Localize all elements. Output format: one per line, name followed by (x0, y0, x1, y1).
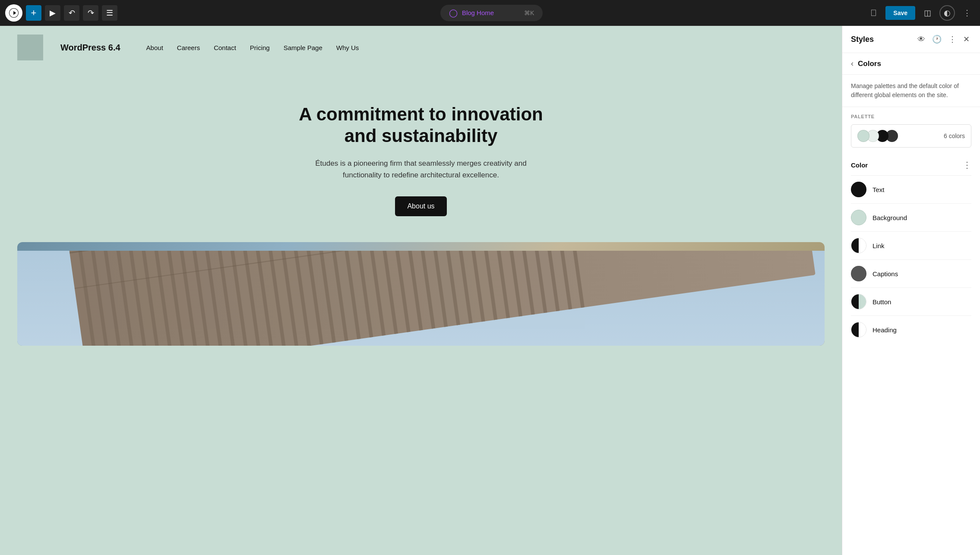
nav-item-about[interactable]: About (146, 44, 163, 51)
hero-subtext: Études is a pioneering firm that seamles… (300, 158, 542, 181)
palette-swatches (857, 130, 895, 142)
color-item-heading[interactable]: Heading (851, 316, 971, 344)
nav-item-pricing[interactable]: Pricing (250, 44, 270, 51)
toolbar-right: ⎕ Save ◫ ◐ ⋮ (866, 5, 975, 21)
nav-item-sample[interactable]: Sample Page (284, 44, 322, 51)
toolbar: + ▶ ↶ ↷ ☰ ◯ Blog Home ⌘K ⎕ Save ◫ ◐ ⋮ (0, 0, 980, 26)
blog-home-label: Blog Home (462, 9, 494, 16)
styles-history-button[interactable]: 🕐 (930, 33, 943, 46)
canvas: WordPress 6.4 About Careers Contact Pric… (0, 26, 842, 555)
keyboard-shortcut: ⌘K (524, 9, 534, 16)
blog-home-pill[interactable]: ◯ Blog Home ⌘K (440, 5, 543, 21)
link-color-label: Link (873, 242, 885, 249)
color-item-button[interactable]: Button (851, 288, 971, 316)
background-color-swatch (851, 210, 866, 225)
site-nav: About Careers Contact Pricing Sample Pag… (146, 44, 359, 51)
heading-color-swatch (851, 322, 866, 337)
select-tool-button[interactable]: ▶ (45, 5, 60, 21)
button-color-label: Button (873, 298, 891, 306)
save-button[interactable]: Save (885, 6, 915, 20)
panel-description: Manage palettes and the default color of… (842, 75, 980, 107)
layout-button[interactable]: ◫ (920, 5, 935, 21)
palette-row[interactable]: 6 colors (851, 124, 971, 148)
color-item-link[interactable]: Link (851, 232, 971, 260)
color-section: Color ⋮ Text Background (842, 155, 980, 352)
color-item-background[interactable]: Background (851, 204, 971, 232)
palette-label: PALETTE (851, 114, 971, 119)
nav-item-careers[interactable]: Careers (177, 44, 200, 51)
undo-button[interactable]: ↶ (64, 5, 79, 21)
redo-button[interactable]: ↷ (83, 5, 98, 21)
captions-color-swatch (851, 266, 866, 281)
color-section-header: Color ⋮ (851, 155, 971, 176)
wp-logo[interactable] (5, 4, 22, 22)
background-color-label: Background (873, 214, 907, 221)
panel-subheader: ‹ Colors (842, 53, 980, 75)
add-block-button[interactable]: + (26, 5, 41, 21)
arch-illustration (17, 251, 825, 346)
palette-count: 6 colors (944, 132, 965, 139)
page-icon: ◯ (449, 8, 458, 18)
hero-cta-button[interactable]: About us (395, 196, 446, 216)
heading-color-label: Heading (873, 326, 897, 334)
styles-preview-button[interactable]: 👁 (916, 33, 927, 46)
site-logo (17, 35, 43, 60)
text-color-swatch (851, 182, 866, 197)
color-item-captions[interactable]: Captions (851, 260, 971, 288)
dark-mode-toggle[interactable]: ◐ (939, 5, 955, 21)
nav-item-whyus[interactable]: Why Us (336, 44, 359, 51)
styles-panel: Styles 👁 🕐 ⋮ ✕ ‹ Colors Manage palettes … (842, 26, 980, 555)
site-header: WordPress 6.4 About Careers Contact Pric… (0, 26, 842, 69)
toolbar-center: ◯ Blog Home ⌘K (121, 5, 862, 21)
panel-subtitle: Colors (858, 60, 881, 68)
color-more-button[interactable]: ⋮ (963, 160, 971, 170)
preview-button[interactable]: ⎕ (866, 5, 881, 21)
palette-section: PALETTE 6 colors (842, 107, 980, 155)
panel-title: Styles (851, 35, 874, 44)
swatch-1 (857, 130, 869, 142)
nav-item-contact[interactable]: Contact (214, 44, 236, 51)
more-options-button[interactable]: ⋮ (959, 5, 975, 21)
panel-header-icons: 👁 🕐 ⋮ ✕ (916, 33, 971, 46)
hero-heading: A commitment to innovation and sustainab… (291, 104, 550, 147)
panel-body: Manage palettes and the default color of… (842, 75, 980, 555)
text-color-label: Text (873, 186, 885, 193)
hero-section: A commitment to innovation and sustainab… (0, 69, 842, 242)
link-color-swatch (851, 238, 866, 253)
button-color-swatch (851, 294, 866, 309)
site-title: WordPress 6.4 (60, 43, 120, 53)
color-item-text[interactable]: Text (851, 176, 971, 204)
color-section-title: Color (851, 161, 868, 169)
styles-close-button[interactable]: ✕ (961, 33, 971, 46)
back-button[interactable]: ‹ (851, 59, 854, 68)
main-area: WordPress 6.4 About Careers Contact Pric… (0, 26, 980, 555)
list-view-button[interactable]: ☰ (102, 5, 117, 21)
captions-color-label: Captions (873, 270, 898, 278)
panel-header: Styles 👁 🕐 ⋮ ✕ (842, 26, 980, 53)
styles-more-button[interactable]: ⋮ (947, 33, 958, 46)
hero-image (17, 242, 825, 346)
